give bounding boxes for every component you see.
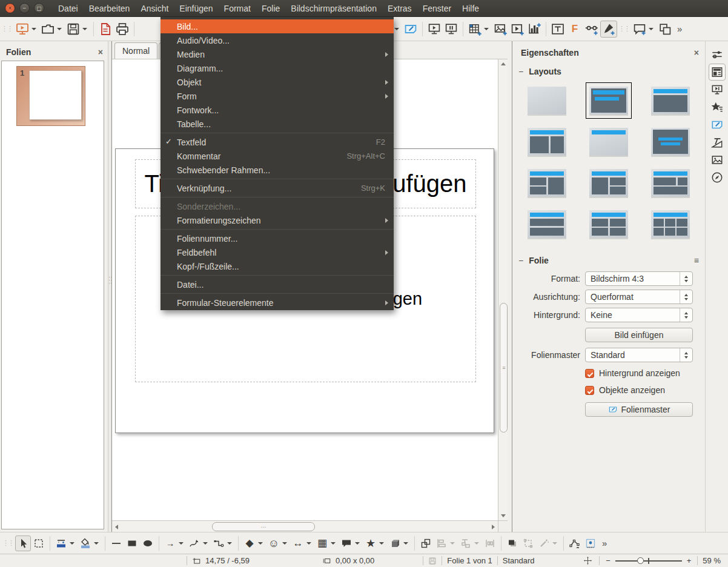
callouts-button[interactable] <box>339 536 354 551</box>
insert-hyperlink-button[interactable] <box>583 21 600 38</box>
panel-splitter-grip[interactable]: ······ <box>108 276 111 300</box>
arrows-dropdown-arrow-icon[interactable] <box>179 542 184 545</box>
insert-media-button[interactable] <box>509 21 526 38</box>
menu-item-form[interactable]: Form <box>160 89 394 103</box>
menu-item-fontwork[interactable]: Fontwork... <box>160 103 394 117</box>
filter-dropdown-arrow-icon[interactable] <box>552 542 557 545</box>
menu-item-kopf-fusszeile[interactable]: Kopf-/Fußzeile... <box>160 259 394 273</box>
show-background-row[interactable]: Hintergrund anzeigen <box>585 367 705 379</box>
tab-normal[interactable]: Normal <box>114 42 157 59</box>
fill-color-button[interactable] <box>78 536 93 551</box>
zoom-level[interactable]: 59 % <box>703 556 721 565</box>
connector-tool-button[interactable] <box>211 536 227 551</box>
insert-textbox-button[interactable] <box>549 21 566 38</box>
vertical-scroll-thumb[interactable]: ≡ <box>500 303 508 433</box>
block-arrows-button[interactable]: ↔ <box>290 536 306 551</box>
window-close-icon[interactable]: × <box>5 3 15 13</box>
menu-item-textfeld[interactable]: ✓TextfeldF2 <box>160 135 394 149</box>
hidden-group-dropdown-arrow-icon[interactable] <box>394 28 399 30</box>
insert-image-button[interactable] <box>492 21 509 38</box>
lines-and-arrows-button[interactable]: → <box>162 536 178 551</box>
arrange-button[interactable] <box>458 536 474 551</box>
slides-list[interactable]: 1 <box>1 61 104 529</box>
basic-shapes-button[interactable]: ◆ <box>242 536 257 551</box>
arrange-dropdown-arrow-icon[interactable] <box>474 542 479 545</box>
menu-item-feldbefehl[interactable]: Feldbefehl <box>160 245 394 259</box>
horizontal-scrollbar[interactable]: ⋯ <box>112 520 498 532</box>
menu-item-kommentar[interactable]: KommentarStrg+Alt+C <box>160 149 394 163</box>
menu-item-tabelle[interactable]: Tabelle... <box>160 117 394 131</box>
insert-line-button[interactable] <box>108 536 124 551</box>
toolbar-grip[interactable]: ⋮⋮ <box>1 25 12 33</box>
menubar-item-folie[interactable]: Folie <box>256 0 285 17</box>
connector-dropdown-arrow-icon[interactable] <box>227 542 232 545</box>
vertical-scrollbar[interactable]: ≡ <box>498 59 508 520</box>
zoom-pan-button[interactable] <box>31 536 47 551</box>
save-button[interactable] <box>65 21 82 38</box>
menu-item-medien[interactable]: Medien <box>160 47 394 61</box>
flowchart-button[interactable]: ▦ <box>314 536 330 551</box>
zoom-slider-thumb[interactable] <box>637 557 644 564</box>
layout-thumb-six-content[interactable] <box>651 210 690 239</box>
line-color-dropdown-arrow-icon[interactable] <box>70 542 74 545</box>
table-dropdown-arrow-icon[interactable] <box>484 28 489 30</box>
insert-special-character-button[interactable] <box>600 21 617 38</box>
menubar-item-hilfe[interactable]: Hilfe <box>457 0 485 17</box>
spinner-icon[interactable] <box>680 272 692 285</box>
save-dropdown-arrow-icon[interactable] <box>82 28 87 30</box>
menu-item-bild[interactable]: Bild... <box>160 19 394 33</box>
sidebar-animation-tab[interactable] <box>709 99 726 116</box>
folienmaster-button[interactable]: Folienmaster <box>585 402 693 417</box>
layouts-section-header[interactable]: − Layouts <box>512 62 705 79</box>
menubar-item-format[interactable]: Format <box>219 0 256 17</box>
orientation-select[interactable]: Querformat <box>585 290 693 304</box>
zoom-slider[interactable] <box>615 560 682 562</box>
menu-item-schwebender-rahmen[interactable]: Schwebender Rahmen... <box>160 163 394 177</box>
ellipse-tool-button[interactable] <box>140 536 156 551</box>
basic-shapes-dropdown-arrow-icon[interactable] <box>258 542 263 545</box>
distribute-button[interactable] <box>482 536 498 551</box>
checkbox-checked-icon[interactable] <box>585 386 594 395</box>
insert-image-sidebar-button[interactable]: Bild einfügen <box>585 328 693 342</box>
export-pdf-button[interactable] <box>97 21 114 38</box>
open-dropdown-arrow-icon[interactable] <box>57 28 62 30</box>
show-objects-row[interactable]: Objekte anzeigen <box>585 384 705 396</box>
sidebar-properties-tab[interactable] <box>709 64 726 81</box>
insert-comment-button[interactable] <box>631 21 648 38</box>
section-menu-icon[interactable]: ≡ <box>694 256 699 265</box>
sidebar-gallery-tab[interactable] <box>709 151 726 168</box>
start-slideshow-button[interactable] <box>426 21 443 38</box>
stars-button[interactable]: ★ <box>363 536 379 551</box>
slides-panel-close-icon[interactable]: × <box>98 47 103 57</box>
show-draw-functions-button[interactable] <box>657 21 673 38</box>
image-filter-button[interactable] <box>536 536 552 551</box>
glue-points-button[interactable] <box>583 536 598 551</box>
layout-thumb-content-over-content[interactable] <box>528 210 566 239</box>
menubar-item-fenster[interactable]: Fenster <box>417 0 457 17</box>
edit-points-button[interactable] <box>567 536 583 551</box>
sidebar-styles-tab[interactable] <box>709 134 726 151</box>
menubar-item-ansicht[interactable]: Ansicht <box>135 0 174 17</box>
layout-thumb-title-subtitle[interactable] <box>589 86 628 115</box>
sidebar-settings-tab[interactable] <box>709 46 726 63</box>
horizontal-scroll-thumb[interactable]: ⋯ <box>212 522 315 531</box>
collapse-icon[interactable]: − <box>518 67 523 76</box>
menubar-item-bearbeiten[interactable]: Bearbeiten <box>84 0 136 17</box>
layout-thumb-four-content[interactable] <box>589 210 628 239</box>
open-button[interactable] <box>39 21 56 38</box>
toolbar-overflow-button[interactable]: » <box>677 24 682 34</box>
menubar-item-bildschirmpraesentation[interactable]: Bildschirmpräsentation <box>285 0 382 17</box>
menu-item-audio-video[interactable]: Audio/Video... <box>160 33 394 47</box>
toolbar-overflow-button[interactable]: » <box>602 538 607 548</box>
symbol-shapes-button[interactable]: ☺ <box>266 536 282 551</box>
stars-dropdown-arrow-icon[interactable] <box>379 542 384 545</box>
rectangle-tool-button[interactable] <box>124 536 140 551</box>
scroll-down-button[interactable] <box>498 511 508 520</box>
background-select[interactable]: Keine <box>585 308 693 322</box>
layout-thumb-two-content[interactable] <box>528 127 566 156</box>
insert-fontwork-button[interactable]: F <box>566 21 583 38</box>
menu-item-foliennummer[interactable]: Foliennummer... <box>160 231 394 245</box>
presenter-console-button[interactable] <box>443 21 460 38</box>
zoom-in-button[interactable]: + <box>686 556 693 565</box>
layout-thumb-title-content[interactable] <box>651 86 690 115</box>
